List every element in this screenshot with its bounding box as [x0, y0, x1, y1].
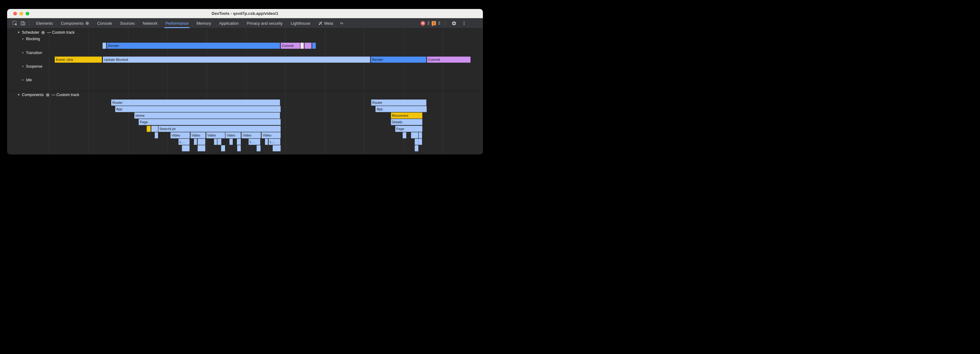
collapse-triangle-icon: ▼ — [17, 31, 20, 34]
flame-bar-details[interactable]: Details — [391, 119, 422, 125]
performance-flame-chart[interactable]: ▼ Scheduler — Custom track ▼Blocking▼Tra… — [7, 29, 483, 154]
window-titlebar[interactable]: DevTools - qsvd7p.csb.app/video/1 — [7, 9, 483, 18]
tab-memory[interactable]: Memory — [192, 18, 215, 28]
flame-bar[interactable] — [312, 43, 316, 49]
tab-label: Elements — [36, 21, 53, 26]
toggle-device-toolbar-button[interactable] — [19, 19, 27, 27]
tab-performance[interactable]: Performance — [161, 18, 192, 28]
flame-bar-render[interactable]: Render — [371, 57, 426, 63]
flame-bar-update-blocked[interactable]: Update Blocked — [103, 57, 370, 63]
collapse-triangle-icon: ▼ — [22, 38, 24, 40]
tab-network[interactable]: Network — [138, 18, 161, 28]
customize-devtools-button[interactable] — [460, 19, 468, 27]
tab-label: Memory — [196, 21, 211, 26]
flame-bar[interactable] — [237, 145, 241, 151]
tab-label: Components — [61, 21, 84, 26]
flame-bar-l[interactable]: L… — [269, 139, 280, 145]
flame-bar[interactable] — [182, 145, 189, 151]
react-atom-icon — [46, 93, 50, 97]
track-title: Components — [22, 92, 44, 97]
flame-bar-commit[interactable]: Commit — [427, 57, 471, 63]
flame-bar-page[interactable]: Page — [138, 119, 281, 125]
lane-transition[interactable]: ▼Transition — [22, 50, 42, 55]
flame-bar[interactable] — [221, 145, 225, 151]
tab-label: Sources — [120, 21, 135, 26]
flame-bar-commit[interactable]: Commit — [281, 43, 300, 49]
flame-bar-app[interactable]: App — [115, 106, 281, 112]
tab-strip: ElementsComponentsConsoleSourcesNetworkP… — [32, 18, 337, 28]
flame-bar-router[interactable]: Router — [111, 99, 280, 106]
flame-bar[interactable] — [102, 43, 106, 49]
flame-bar[interactable] — [273, 145, 281, 151]
flame-bar[interactable] — [214, 139, 217, 145]
flame-bar[interactable] — [229, 139, 233, 145]
flame-bar-video[interactable]: Video — [242, 132, 261, 139]
flame-bar[interactable] — [256, 145, 261, 151]
tab-label: Meta — [324, 21, 333, 26]
flame-bar[interactable] — [265, 139, 268, 145]
flame-bar-router[interactable]: Router — [371, 99, 427, 106]
components-track-header[interactable]: ▼ Components — Custom track — [17, 92, 79, 97]
flame-bar-l[interactable]: L… — [178, 139, 189, 145]
tab-privacy-and-security[interactable]: Privacy and security — [243, 18, 286, 28]
collapse-triangle-icon: ▼ — [17, 93, 20, 96]
flame-bar[interactable] — [151, 126, 158, 132]
flame-bar[interactable] — [147, 126, 151, 132]
flame-bar[interactable] — [197, 139, 205, 145]
flame-bar-event-click[interactable]: Event: click — [55, 57, 102, 63]
flame-bar[interactable] — [197, 145, 205, 151]
flame-bar-l[interactable]: L… — [248, 139, 260, 145]
lane-suspense[interactable]: ▼Suspense — [22, 64, 42, 69]
error-badge-icon[interactable]: × — [420, 21, 425, 26]
tab-sources[interactable]: Sources — [116, 18, 139, 28]
flame-bar[interactable] — [415, 139, 418, 145]
flame-bar-video[interactable]: Video — [170, 132, 190, 139]
flame-bar-home[interactable]: Home — [134, 112, 280, 119]
flame-bar-video[interactable]: Video — [225, 132, 241, 139]
close-window-button[interactable] — [13, 12, 17, 16]
gridline — [364, 29, 364, 154]
gear-icon — [452, 21, 457, 26]
flame-bar-reconnect[interactable]: Reconnect — [391, 112, 422, 119]
tools-icon — [318, 21, 323, 26]
tab-console[interactable]: Console — [93, 18, 116, 28]
flame-bar[interactable] — [217, 139, 221, 145]
flame-bar-render[interactable]: Render — [107, 43, 280, 49]
flame-bar-searchlist[interactable]: SearchList — [158, 126, 281, 132]
collapse-triangle-icon: ▼ — [22, 65, 24, 68]
more-tabs-button[interactable] — [337, 21, 346, 26]
flame-bar[interactable] — [237, 139, 241, 145]
flame-bar[interactable] — [415, 145, 418, 151]
gridline — [482, 29, 482, 154]
flame-bar[interactable] — [402, 132, 406, 139]
track-subtitle: — Custom track — [47, 30, 75, 35]
lane-idle[interactable]: ▼Idle — [22, 78, 32, 83]
zoom-window-button[interactable] — [25, 12, 29, 16]
flame-bar[interactable] — [194, 139, 197, 145]
flame-bar[interactable] — [155, 132, 158, 139]
flame-bar[interactable] — [418, 139, 422, 145]
flame-bar[interactable] — [411, 132, 419, 139]
issues-badge-icon[interactable]: ! — [432, 21, 436, 26]
collapse-triangle-icon: ▼ — [22, 52, 24, 54]
minimize-window-button[interactable] — [19, 12, 23, 16]
flame-bar-video[interactable]: Video — [261, 132, 281, 139]
flame-bar[interactable] — [419, 132, 422, 139]
tab-elements[interactable]: Elements — [32, 18, 57, 28]
lane-blocking[interactable]: ▼Blocking — [22, 37, 40, 41]
flame-bar-app[interactable]: App — [375, 106, 427, 112]
flame-bar-video[interactable]: Video — [206, 132, 225, 139]
flame-bar-page[interactable]: Page — [395, 126, 422, 132]
gridline — [89, 29, 89, 154]
tab-application[interactable]: Application — [215, 18, 243, 28]
tab-meta[interactable]: Meta — [314, 18, 337, 28]
scheduler-track-header[interactable]: ▼ Scheduler — Custom track — [17, 30, 75, 35]
tab-components[interactable]: Components — [57, 18, 93, 28]
issue-count: 2 — [438, 21, 440, 26]
flame-bar[interactable] — [304, 43, 312, 49]
tab-lighthouse[interactable]: Lighthouse — [286, 18, 314, 28]
settings-button[interactable] — [450, 19, 458, 27]
inspect-element-button[interactable] — [11, 19, 19, 27]
flame-bar-video[interactable]: Video — [191, 132, 206, 139]
flame-bar[interactable] — [301, 43, 304, 49]
